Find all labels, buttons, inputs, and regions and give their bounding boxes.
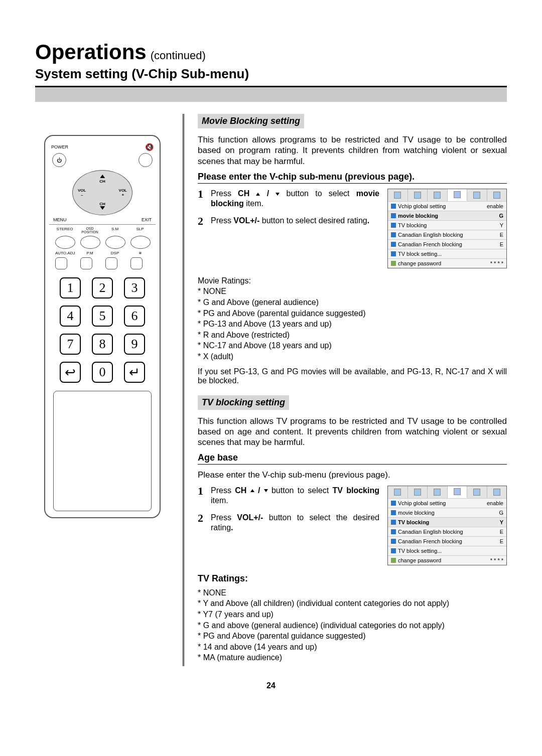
columns: POWER 🔇 ⏻ CH CH VOL– VOL+ MENU bbox=[35, 114, 507, 666]
osd-tab[interactable] bbox=[428, 189, 448, 201]
t: Press bbox=[211, 216, 233, 225]
osd-tab[interactable] bbox=[408, 189, 428, 201]
row-icon bbox=[391, 251, 396, 256]
dsp-button[interactable] bbox=[105, 257, 117, 269]
dpad[interactable]: CH CH VOL– VOL+ bbox=[72, 170, 132, 215]
osd-row[interactable]: Vchip global settingenable bbox=[388, 201, 506, 211]
osd-row[interactable]: TV block setting... bbox=[388, 249, 506, 258]
key-1[interactable]: 1 bbox=[60, 277, 81, 298]
step-body: Press VOL+/- button to select desired ra… bbox=[211, 216, 379, 227]
osd-tab[interactable] bbox=[388, 486, 408, 498]
row-icon bbox=[391, 213, 396, 218]
osd-row[interactable]: TV blockingY bbox=[388, 220, 506, 230]
osd-row[interactable]: Canadian French blockingE bbox=[388, 239, 506, 249]
osd-row[interactable]: Canadian English blockingE bbox=[388, 230, 506, 239]
vol-text: VOL bbox=[78, 188, 86, 193]
row-icon bbox=[391, 261, 396, 266]
osd-position-label: OSDPOSITION bbox=[80, 227, 99, 234]
rating-item: * NC-17 and Above (18 years and up) bbox=[198, 340, 507, 351]
key-enter[interactable]: ↵ bbox=[124, 362, 145, 383]
tv-ratings: TV Ratings: * NONE * Y and Above (all ch… bbox=[198, 572, 507, 663]
heading-bar bbox=[35, 86, 507, 102]
row-icon bbox=[391, 223, 396, 228]
row-label: movie blocking bbox=[398, 510, 435, 516]
osd-tab[interactable] bbox=[388, 189, 408, 201]
sound-button[interactable] bbox=[130, 257, 143, 269]
row-label: Canadian English blocking bbox=[398, 232, 463, 238]
key-5[interactable]: 5 bbox=[92, 306, 113, 327]
slp-button[interactable] bbox=[130, 236, 151, 249]
row-label: Canadian French blocking bbox=[398, 241, 462, 247]
osd-position-button[interactable] bbox=[80, 236, 100, 249]
step-body: Press VOL+/- button to select the desire… bbox=[211, 513, 379, 533]
osd-row[interactable]: Canadian English blockingE bbox=[388, 527, 506, 536]
step-number: 1 bbox=[198, 189, 207, 209]
t: item. bbox=[211, 496, 228, 505]
sm-button[interactable] bbox=[105, 236, 125, 249]
osd-menu-tv: Vchip global settingenablemovie blocking… bbox=[387, 486, 507, 565]
row-label: TV blocking bbox=[398, 222, 427, 228]
osd-row[interactable]: change password* * * * bbox=[388, 555, 506, 565]
key-7[interactable]: 7 bbox=[60, 334, 81, 355]
osd-row[interactable]: movie blockingG bbox=[388, 211, 506, 220]
rating-item: * PG-13 and Above (13 years and up) bbox=[198, 319, 507, 330]
key-8[interactable]: 8 bbox=[92, 334, 113, 355]
movie-steps: 1 Press CH / button to select movie bloc… bbox=[198, 189, 379, 234]
key-4[interactable]: 4 bbox=[60, 306, 81, 327]
osd-tab-selected[interactable] bbox=[448, 189, 468, 201]
age-base-heading: Age base bbox=[198, 452, 507, 465]
stereo-button[interactable] bbox=[55, 236, 75, 249]
osd-row[interactable]: Vchip global settingenable bbox=[388, 498, 506, 508]
tab-icon bbox=[414, 489, 421, 496]
power-button[interactable]: ⏻ bbox=[52, 153, 66, 167]
movie-note: If you set PG-13, G and PG movies will b… bbox=[198, 367, 507, 385]
tv-step-2: 2 Press VOL+/- button to select the desi… bbox=[198, 513, 379, 533]
t: Press bbox=[211, 513, 237, 522]
ch-text: CH bbox=[99, 202, 105, 206]
osd-tab[interactable] bbox=[467, 189, 487, 201]
osd-row[interactable]: change password* * * * bbox=[388, 258, 506, 268]
osd-tab[interactable] bbox=[428, 486, 448, 498]
row-value: * * * * bbox=[490, 260, 503, 266]
key-input[interactable]: ↩ bbox=[60, 362, 81, 383]
row-value: * * * * bbox=[490, 557, 503, 563]
step-number: 2 bbox=[198, 513, 207, 533]
key-0[interactable]: 0 bbox=[92, 362, 113, 383]
row-icon bbox=[391, 520, 396, 525]
column-separator bbox=[183, 114, 185, 666]
rating-item: * MA (mature audience) bbox=[198, 652, 507, 663]
osd-row[interactable]: TV blockingY bbox=[388, 517, 506, 527]
mute-button[interactable] bbox=[139, 153, 153, 167]
key-2[interactable]: 2 bbox=[92, 277, 113, 298]
row-icon bbox=[391, 501, 396, 506]
key-3[interactable]: 3 bbox=[124, 277, 145, 298]
osd-menu-movie: Vchip global settingenablemovie blocking… bbox=[387, 189, 507, 268]
row-label: movie blocking bbox=[398, 213, 438, 219]
vol-minus-label: VOL– bbox=[78, 188, 86, 197]
osd-tab[interactable] bbox=[408, 486, 428, 498]
key-6[interactable]: 6 bbox=[124, 306, 145, 327]
tv-steps: 1 Press CH / button to select TV blockin… bbox=[198, 486, 379, 540]
row-value: enable bbox=[487, 203, 503, 209]
osd-row[interactable]: TV block setting... bbox=[388, 546, 506, 555]
title-continued: (continued) bbox=[151, 49, 206, 62]
osd-row[interactable]: Canadian French blockingE bbox=[388, 536, 506, 546]
tv-blocking-heading: TV blocking setting bbox=[198, 395, 289, 410]
osd-tab[interactable] bbox=[487, 189, 507, 201]
osd-tab[interactable] bbox=[467, 486, 487, 498]
tab-icon bbox=[473, 489, 480, 496]
t: VOL+/- bbox=[237, 513, 263, 522]
page: Operations (continued) System setting (V… bbox=[0, 0, 542, 710]
osd-row[interactable]: movie blockingG bbox=[388, 508, 506, 517]
ch-up-label: CH bbox=[99, 175, 105, 184]
step-body: Press CH / button to select TV blocking … bbox=[211, 486, 379, 506]
osd-tab-selected[interactable] bbox=[448, 486, 468, 498]
t: VOL+/- bbox=[233, 216, 259, 225]
osd-tab[interactable] bbox=[487, 486, 507, 498]
movie-blocking-heading: Movie Blocking setting bbox=[198, 114, 304, 128]
row-label: Vchip global setting bbox=[398, 500, 446, 506]
remote-column: POWER 🔇 ⏻ CH CH VOL– VOL+ MENU bbox=[35, 114, 170, 518]
autoadj-button[interactable] bbox=[55, 257, 67, 269]
key-9[interactable]: 9 bbox=[124, 334, 145, 355]
pm-button[interactable] bbox=[80, 257, 92, 269]
